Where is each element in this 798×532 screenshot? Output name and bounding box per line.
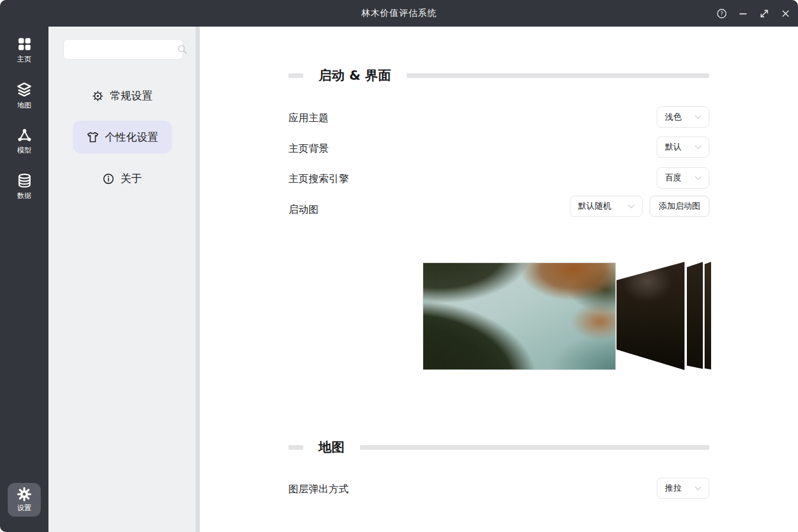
search-engine-select[interactable]: 百度 [657, 167, 709, 189]
close-button[interactable] [779, 7, 792, 20]
theme-select[interactable]: 浅色 [657, 106, 709, 128]
settings-sidebar: 常规设置 个性化设置 关于 [48, 27, 196, 532]
help-button[interactable]: ? [715, 7, 728, 20]
close-icon [780, 8, 791, 19]
settings-menu: 常规设置 个性化设置 关于 [48, 71, 196, 195]
cog-icon [92, 90, 104, 102]
maximize-icon [759, 8, 770, 19]
rail-item-label: 地图 [17, 100, 31, 111]
minimize-icon [738, 8, 748, 19]
background-select[interactable]: 默认 [657, 137, 709, 158]
select-value: 百度 [665, 173, 682, 183]
rail-item-label: 数据 [17, 191, 31, 201]
layers-icon [16, 82, 33, 98]
maximize-button[interactable] [758, 7, 771, 20]
splash-preview-image[interactable] [423, 263, 615, 369]
search-input[interactable] [64, 45, 177, 54]
rail-item-label: 设置 [17, 503, 31, 513]
window-title: 林木价值评估系统 [361, 8, 437, 19]
tshirt-icon [86, 131, 99, 144]
rail-item-model[interactable]: 模型 [5, 125, 43, 158]
rail-item-map[interactable]: 地图 [5, 79, 43, 112]
select-value: 默认随机 [578, 201, 611, 212]
section-title: 地图 [319, 439, 345, 456]
section-bar [360, 445, 709, 450]
row-label-theme: 应用主题 [288, 111, 329, 125]
database-icon [17, 173, 33, 189]
section-header-map: 地图 [288, 440, 709, 455]
add-splash-button[interactable]: 添加启动图 [650, 196, 709, 217]
app-window: 林木价值评估系统 ? [0, 0, 798, 532]
section-bar [407, 73, 709, 78]
row-label-background: 主页背景 [288, 142, 329, 155]
sidebar-item-label: 个性化设置 [105, 130, 158, 144]
splash-stack-image-2 [687, 262, 703, 369]
search-icon [177, 44, 187, 54]
rail-item-label: 主页 [17, 54, 31, 64]
sidebar-item-label: 关于 [121, 171, 142, 186]
rail-item-data[interactable]: 数据 [5, 170, 43, 203]
sidebar-item-general[interactable]: 常规设置 [73, 79, 172, 112]
section-header-startup: 启动 & 界面 [288, 68, 709, 83]
chevron-down-icon [693, 142, 703, 152]
chevron-down-icon [693, 112, 703, 122]
titlebar: 林木价值评估系统 ? [0, 0, 798, 27]
model-icon [17, 127, 33, 143]
sidebar-item-about[interactable]: 关于 [73, 162, 172, 195]
chevron-down-icon [693, 484, 703, 493]
row-label-search-engine: 主页搜索引擎 [288, 172, 349, 186]
select-value: 默认 [665, 142, 682, 153]
splash-stack-image-1[interactable] [617, 262, 685, 370]
nav-rail: 主页 地图 模型 数据 [0, 27, 48, 532]
rail-item-label: 模型 [17, 145, 31, 155]
section-dash [288, 445, 303, 450]
chevron-down-icon [627, 202, 636, 211]
row-label-layer-popup: 图层弹出方式 [288, 482, 349, 496]
gear-icon [17, 486, 32, 502]
row-label-splash: 启动图 [288, 203, 319, 216]
search-box [63, 39, 183, 60]
section-title: 启动 & 界面 [319, 67, 391, 85]
scrollbar-track[interactable] [196, 27, 200, 532]
splash-stack-image-3 [705, 262, 711, 369]
svg-text:?: ? [720, 10, 723, 17]
splash-select[interactable]: 默认随机 [570, 196, 643, 217]
chevron-down-icon [693, 173, 703, 183]
sidebar-item-label: 常规设置 [110, 89, 153, 103]
rail-item-home[interactable]: 主页 [5, 34, 43, 67]
layer-popup-select[interactable]: 推拉 [657, 478, 709, 499]
help-icon: ? [716, 8, 727, 19]
main-content: 启动 & 界面 应用主题 浅色 主页背景 默认 主页搜索引擎 百度 启动图 默认 [200, 27, 798, 532]
info-icon [102, 173, 115, 185]
sidebar-item-personalization[interactable]: 个性化设置 [73, 121, 172, 154]
window-controls: ? [715, 0, 792, 27]
grid-icon [17, 36, 33, 52]
rail-item-settings[interactable]: 设置 [8, 483, 41, 517]
section-dash [288, 73, 303, 78]
select-value: 推拉 [665, 483, 682, 494]
select-value: 浅色 [665, 112, 682, 122]
minimize-button[interactable] [737, 7, 750, 20]
